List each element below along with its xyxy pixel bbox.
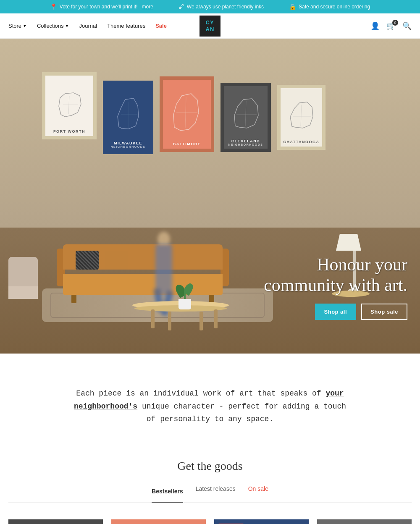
- announcement-item-2: 🖋 We always use planet friendly inks: [178, 3, 264, 10]
- shop-all-button[interactable]: Shop all: [315, 304, 357, 320]
- frame-map-3: [165, 83, 208, 142]
- sofa-leg-left: [71, 295, 76, 303]
- sofa-seat: [63, 274, 223, 295]
- product-image-4[interactable]: [317, 519, 412, 524]
- mid-section: Each piece is an individual work of art …: [0, 354, 420, 459]
- chevron-down-icon: ▼: [65, 24, 69, 28]
- location-icon: 📍: [50, 3, 57, 10]
- svg-line-1: [68, 96, 69, 114]
- hero-heading-line2: community with art.: [264, 275, 407, 295]
- announcement-bar: 📍 Vote for your town and we'll print it!…: [0, 0, 420, 13]
- announcement-text-3: Safe and secure online ordering: [299, 4, 370, 10]
- shop-sale-button[interactable]: Shop sale: [361, 304, 407, 320]
- sofa: [63, 244, 223, 295]
- product-image-1[interactable]: [8, 519, 103, 524]
- sale-link[interactable]: Sale: [155, 23, 167, 29]
- hero-background: FORT WORTH MILWAUKEE NEIGHBORHOODS: [0, 39, 420, 354]
- tab-on-sale[interactable]: On sale: [248, 485, 268, 497]
- announcement-item-1: 📍 Vote for your town and we'll print it!…: [50, 3, 153, 10]
- chair-left: [8, 257, 42, 299]
- frame-fort-worth: FORT WORTH: [42, 72, 97, 139]
- frame-label-5: CHATTANOOGA: [283, 140, 319, 144]
- mid-text-after: unique character - perfect for adding a …: [142, 402, 346, 424]
- frame-milwaukee: MILWAUKEE NEIGHBORHOODS: [103, 81, 153, 154]
- svg-line-7: [245, 101, 246, 126]
- table-leg-2: [214, 309, 218, 328]
- frame-label-2: MILWAUKEE: [111, 141, 146, 145]
- pillow-checkered: [76, 251, 99, 270]
- product-grid: Save 20% Low stock: [8, 519, 412, 524]
- frame-label-1: FORT WORTH: [53, 129, 85, 134]
- frame-map-4: [226, 89, 265, 139]
- nav-left: Store ▼ Collections ▼ Journal Theme feat…: [8, 23, 167, 29]
- chair-seat: [8, 286, 38, 299]
- frame-label-4: CLEVELAND: [228, 139, 263, 143]
- plant-pot: [178, 299, 191, 309]
- hero-text: Honour your community with art. Shop all…: [264, 254, 407, 320]
- map-svg-1: [52, 85, 86, 123]
- product-card-2: [111, 519, 206, 524]
- hero-section: FORT WORTH MILWAUKEE NEIGHBORHOODS: [0, 39, 420, 354]
- collections-link[interactable]: Collections: [37, 23, 64, 29]
- tab-bestsellers[interactable]: Bestsellers: [152, 485, 183, 503]
- map-svg-2: [113, 93, 144, 135]
- map-svg-3: [170, 89, 204, 136]
- table-leg-3: [168, 312, 171, 330]
- products-title: Get the goods: [8, 459, 412, 473]
- hero-heading-line1: Honour your: [317, 255, 407, 274]
- logo-text: CYAN: [206, 19, 215, 32]
- announcement-item-3: 🔒 Safe and secure online ordering: [289, 3, 370, 10]
- hero-buttons: Shop all Shop sale: [264, 304, 407, 320]
- store-link[interactable]: Store: [8, 23, 21, 29]
- lock-icon: 🔒: [289, 3, 296, 10]
- frame-chattanooga: CHATTANOOGA: [277, 85, 326, 150]
- journal-link[interactable]: Journal: [79, 23, 97, 29]
- navigation: Store ▼ Collections ▼ Journal Theme feat…: [0, 13, 420, 39]
- map-svg-5: [287, 98, 316, 134]
- frame-sublabel-2: NEIGHBORHOODS: [111, 145, 146, 148]
- svg-line-9: [301, 105, 302, 126]
- person-body: [155, 244, 172, 295]
- collections-nav-item[interactable]: Collections ▼: [37, 23, 69, 29]
- search-button[interactable]: 🔍: [402, 21, 412, 31]
- plant: [176, 280, 193, 309]
- nav-right: 👤 🛒 0 🔍: [370, 21, 412, 31]
- frame-cleveland: CLEVELAND NEIGHBORHOODS: [220, 83, 271, 152]
- map-svg-4: [230, 94, 262, 134]
- chevron-down-icon: ▼: [23, 24, 27, 28]
- frame-map-5: [283, 92, 320, 140]
- product-card-4: [317, 519, 412, 524]
- frame-label-3: BALTIMORE: [173, 142, 201, 146]
- theme-features-link[interactable]: Theme features: [107, 23, 145, 29]
- site-logo[interactable]: CYAN: [200, 16, 220, 37]
- product-image-2[interactable]: [111, 519, 206, 524]
- lamp-shade: [336, 234, 361, 251]
- mid-text-before: Each piece is an individual work of art …: [76, 389, 321, 398]
- announcement-text-2: We always use planet friendly inks: [187, 4, 264, 10]
- walking-person: [147, 211, 181, 295]
- frame-map-2: [109, 87, 147, 141]
- product-card-3: Save 20% Low stock: [214, 519, 309, 524]
- pillow-plain: [105, 251, 128, 270]
- frame-sublabel-4: NEIGHBORHOODS: [228, 143, 263, 146]
- frame-baltimore: BALTIMORE: [160, 76, 214, 152]
- announcement-link-1[interactable]: more: [142, 4, 153, 10]
- store-nav-item[interactable]: Store ▼: [8, 23, 27, 29]
- tab-latest-releases[interactable]: Latest releases: [196, 485, 236, 497]
- artwork-frames: FORT WORTH MILWAUKEE NEIGHBORHOODS: [42, 72, 407, 154]
- hero-heading: Honour your community with art.: [264, 254, 407, 295]
- frame-map-1: [48, 79, 91, 129]
- cart-button[interactable]: 🛒 0: [386, 21, 396, 31]
- product-card-1: [8, 519, 103, 524]
- table-leg-1: [151, 309, 155, 328]
- sofa-back: [63, 244, 223, 270]
- cart-badge: 0: [392, 20, 398, 26]
- products-section: Get the goods Bestsellers Latest release…: [0, 459, 420, 524]
- product-tabs: Bestsellers Latest releases On sale: [8, 485, 412, 503]
- announcement-text-1: Vote for your town and we'll print it!: [60, 4, 138, 10]
- account-button[interactable]: 👤: [370, 21, 380, 31]
- table-leg-4: [200, 312, 203, 330]
- chair-back: [8, 257, 38, 286]
- product-image-3[interactable]: Save 20% Low stock: [214, 519, 309, 524]
- ink-icon: 🖋: [178, 3, 184, 10]
